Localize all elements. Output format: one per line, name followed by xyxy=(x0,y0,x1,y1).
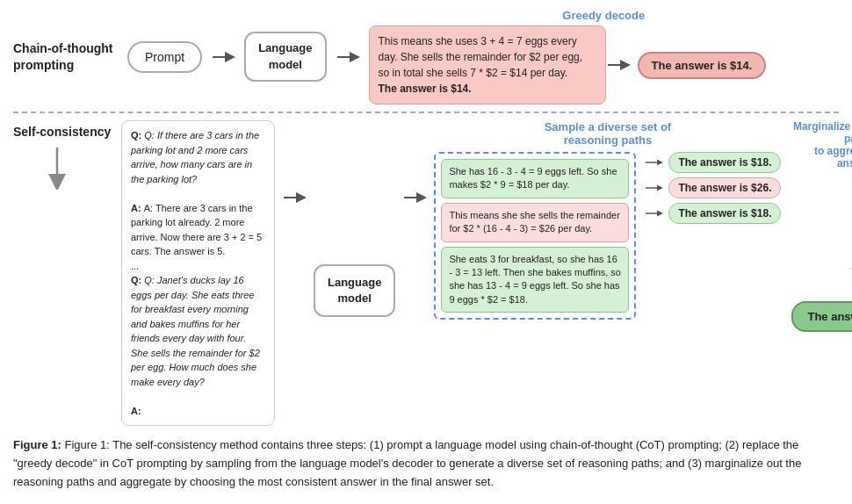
path-answers: The answer is $18. The answer is $26. xyxy=(645,152,781,224)
marginalize-label: Marginalize out reasoning pathsto aggreg… xyxy=(792,120,852,169)
path3-arrow-icon xyxy=(645,207,664,220)
final-answer-box: The answer is $18. xyxy=(791,301,852,332)
sample-area: Sample a diverse set ofreasoning paths S… xyxy=(434,120,781,320)
sample-label: Sample a diverse set ofreasoning paths xyxy=(545,120,672,147)
marginalize-area: Marginalize out reasoning pathsto aggreg… xyxy=(791,120,852,332)
answer-1-box: The answer is $18. xyxy=(668,152,781,173)
q1-label: Q: xyxy=(131,130,144,140)
greedy-row: This means she uses 3 + 4 = 7 eggs every… xyxy=(369,25,767,104)
model-to-paths-arrow xyxy=(402,120,427,205)
path1-arrow-icon xyxy=(645,156,664,169)
ellipsis-text: ... xyxy=(131,261,139,271)
q2-label: Q: xyxy=(131,275,144,285)
prompt-to-model-arrow xyxy=(282,120,307,205)
lang-model-box-top: Languagemodel xyxy=(244,32,326,81)
arrow-right-icon xyxy=(211,50,235,64)
top-section: Chain-of-thought prompting Prompt Langua… xyxy=(13,9,839,104)
caption-text: Figure 1: The self-consistency method co… xyxy=(13,438,801,488)
path-1-text: She has 16 - 3 - 4 = 9 eggs left. So she… xyxy=(449,166,617,190)
path2-arrow-icon xyxy=(645,182,664,194)
path-2-text: This means she she sells the remainder f… xyxy=(449,210,619,234)
q1-text: Q: If there are 3 cars in the parking lo… xyxy=(131,130,259,184)
self-consistency-label: Self-consistency xyxy=(13,120,114,139)
a1-label: A: xyxy=(131,203,144,213)
path-1-box: She has 16 - 3 - 4 = 9 eggs left. So she… xyxy=(441,159,629,198)
bottom-section: Self-consistency Q: Q: If there are 3 ca… xyxy=(13,120,839,426)
path-2-box: This means she she sells the remainder f… xyxy=(441,203,629,242)
marginalize-arrow-icon xyxy=(832,213,852,284)
prompt-box: Prompt xyxy=(127,41,202,73)
greedy-decode-label: Greedy decode xyxy=(369,9,839,22)
answer-pair-2: The answer is $26. xyxy=(645,177,781,198)
greedy-bold-text: The answer is $14. xyxy=(379,83,472,95)
reasoning-paths-box: She has 16 - 3 - 4 = 9 eggs left. So she… xyxy=(434,152,636,320)
fig-label: Figure 1: xyxy=(13,438,65,451)
q2-text: Q: Janet's ducks lay 16 eggs per day. Sh… xyxy=(131,275,260,387)
self-consistency-side: Self-consistency xyxy=(13,120,114,192)
main-container: Chain-of-thought prompting Prompt Langua… xyxy=(0,0,852,500)
answer-pair-3: The answer is $18. xyxy=(645,203,781,224)
caption: Figure 1: Figure 1: The self-consistency… xyxy=(13,436,839,491)
answer-3-box: The answer is $18. xyxy=(668,203,781,224)
a-label: A: xyxy=(131,406,141,416)
down-arrow-icon xyxy=(40,146,75,192)
greedy-box: This means she uses 3 + 4 = 7 eggs every… xyxy=(369,25,606,104)
lang-model-box-bottom: Languagemodel xyxy=(314,264,395,317)
greedy-text: This means she uses 3 + 4 = 7 eggs every… xyxy=(379,35,583,79)
path-3-box: She eats 3 for breakfast, so she has 16 … xyxy=(441,247,629,313)
greedy-answer-box: The answer is $14. xyxy=(638,52,767,79)
answer-pair-1: The answer is $18. xyxy=(645,152,781,173)
arrow-right-icon2 xyxy=(336,50,360,64)
a1-text: A: There are 3 cars in the parking lot a… xyxy=(131,203,262,257)
answer-2-box: The answer is $26. xyxy=(668,177,781,198)
prompt-panel: Q: Q: If there are 3 cars in the parking… xyxy=(121,120,275,426)
greedy-arrow-icon xyxy=(606,58,631,72)
greedy-area: Greedy decode This means she uses 3 + 4 … xyxy=(369,9,839,104)
section-divider xyxy=(13,112,839,113)
path-3-text: She eats 3 for breakfast, so she has 16 … xyxy=(449,254,621,305)
cot-label: Chain-of-thought prompting xyxy=(13,40,119,72)
paths-row: She has 16 - 3 - 4 = 9 eggs left. So she… xyxy=(434,152,781,320)
